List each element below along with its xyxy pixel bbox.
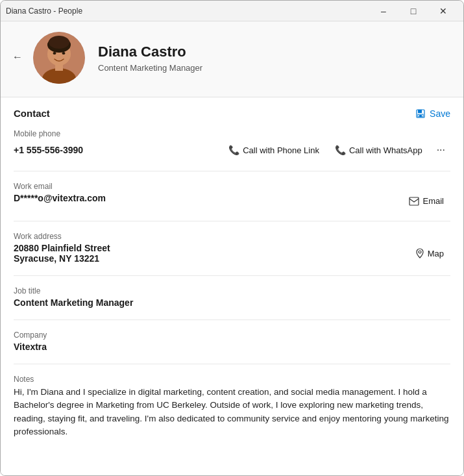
- notes-label: Notes: [14, 375, 450, 384]
- phone-row: +1 555-556-3990 📞 Call with Phone Link 📞…: [14, 141, 450, 159]
- avatar: [33, 32, 85, 84]
- save-button[interactable]: Save: [415, 108, 450, 119]
- svg-rect-9: [418, 110, 422, 113]
- svg-point-7: [62, 52, 66, 55]
- divider-3: [14, 275, 450, 276]
- whatsapp-icon: 📞: [335, 145, 346, 155]
- work-address-field: Work address 20880 Plainfield Street Syr…: [14, 232, 450, 264]
- map-button[interactable]: Map: [409, 245, 450, 262]
- work-email-value: D*****o@vitextra.com: [14, 193, 106, 203]
- svg-point-3: [49, 36, 69, 49]
- more-options-button[interactable]: ···: [432, 141, 450, 159]
- company-value: Vitextra: [14, 342, 450, 352]
- map-action-label: Map: [428, 249, 444, 258]
- main-content: ←: [1, 21, 463, 475]
- close-button[interactable]: ✕: [428, 1, 458, 21]
- call-phone-link-label: Call with Phone Link: [243, 145, 319, 155]
- contact-section-header: Contact Save: [14, 108, 450, 119]
- address-line2: Syracuse, NY 13221: [14, 253, 409, 264]
- email-button[interactable]: Email: [402, 193, 450, 209]
- notes-value: Hi, I'm Diana and I specialize in digita…: [14, 386, 450, 438]
- job-title-value: Content Marketing Manager: [14, 297, 450, 308]
- profile-header: ←: [1, 21, 463, 97]
- call-with-phone-link-button[interactable]: 📞 Call with Phone Link: [222, 142, 326, 158]
- svg-rect-5: [55, 64, 63, 71]
- minimize-button[interactable]: –: [369, 1, 398, 21]
- profile-name: Diana Castro: [98, 44, 202, 60]
- mobile-phone-value: +1 555-556-3990: [14, 145, 117, 155]
- job-title-label: Job title: [14, 286, 450, 295]
- email-row: D*****o@vitextra.com Email: [14, 193, 450, 209]
- details-section: Contact Save Mobile phone +1 555-556-399…: [1, 97, 463, 475]
- profile-job-title: Content Marketing Manager: [98, 63, 202, 73]
- mobile-phone-field: Mobile phone +1 555-556-3990 📞 Call with…: [14, 129, 450, 159]
- divider-4: [14, 319, 450, 320]
- work-email-field: Work email D*****o@vitextra.com Email: [14, 182, 450, 209]
- divider-5: [14, 364, 450, 364]
- title-bar: Diana Castro - People – □ ✕: [1, 1, 463, 21]
- company-field: Company Vitextra: [14, 331, 450, 352]
- phone-link-icon: 📞: [228, 145, 239, 155]
- window-controls: – □ ✕: [369, 1, 458, 21]
- svg-rect-11: [419, 115, 422, 117]
- svg-rect-12: [409, 197, 419, 205]
- company-label: Company: [14, 331, 450, 340]
- maximize-button[interactable]: □: [398, 1, 428, 21]
- call-actions: 📞 Call with Phone Link 📞 Call with Whats…: [222, 141, 450, 159]
- call-whatsapp-label: Call with WhatsApp: [349, 145, 422, 155]
- email-icon: [409, 197, 419, 206]
- work-address-label: Work address: [14, 232, 450, 241]
- svg-point-6: [53, 52, 56, 55]
- map-icon: [415, 248, 424, 258]
- address-line1: 20880 Plainfield Street: [14, 243, 409, 253]
- job-title-field: Job title Content Marketing Manager: [14, 286, 450, 308]
- mobile-phone-label: Mobile phone: [14, 129, 450, 138]
- notes-field: Notes Hi, I'm Diana and I specialize in …: [14, 375, 450, 438]
- email-action-label: Email: [422, 196, 444, 206]
- address-text: 20880 Plainfield Street Syracuse, NY 132…: [14, 243, 409, 264]
- save-icon: [415, 108, 426, 119]
- divider-1: [14, 171, 450, 171]
- address-row: 20880 Plainfield Street Syracuse, NY 132…: [14, 243, 450, 264]
- profile-info: Diana Castro Content Marketing Manager: [98, 44, 202, 73]
- contact-section-title: Contact: [14, 108, 50, 119]
- divider-2: [14, 221, 450, 221]
- svg-point-13: [419, 251, 421, 253]
- back-button[interactable]: ←: [8, 49, 27, 66]
- window-title: Diana Castro - People: [6, 6, 82, 16]
- work-email-label: Work email: [14, 182, 450, 191]
- call-with-whatsapp-button[interactable]: 📞 Call with WhatsApp: [328, 142, 429, 158]
